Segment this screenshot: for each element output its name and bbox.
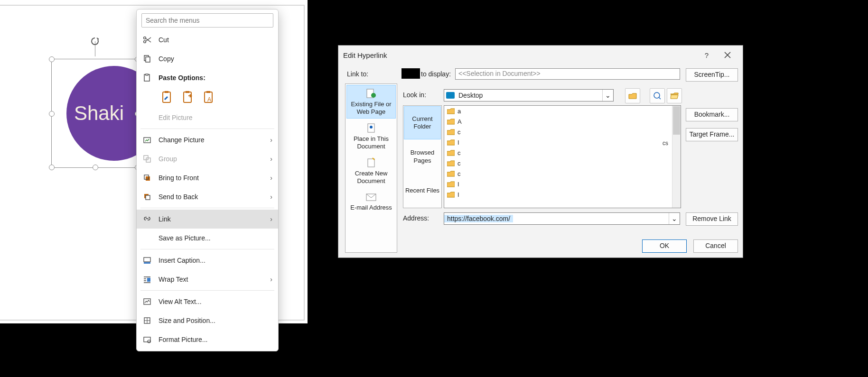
resize-handle[interactable] xyxy=(93,165,98,170)
menu-label: Paste Options: xyxy=(159,74,272,82)
list-item[interactable]: I xyxy=(444,189,681,200)
paste-picture-icon[interactable]: A xyxy=(201,91,215,105)
linkto-create-new[interactable]: Create New Document xyxy=(346,154,396,188)
svg-rect-22 xyxy=(147,278,150,282)
menu-copy[interactable]: Copy xyxy=(137,49,278,68)
list-item[interactable]: I xyxy=(444,179,681,189)
menu-bring-to-front[interactable]: Bring to Front › xyxy=(137,168,278,187)
svg-point-26 xyxy=(148,340,150,343)
close-button[interactable] xyxy=(717,46,738,64)
svg-rect-5 xyxy=(146,74,148,75)
file-list[interactable]: a A c I c c c I I cs xyxy=(444,105,681,208)
page-new-icon xyxy=(365,157,377,168)
clipboard-icon xyxy=(142,73,152,83)
word-document-pane: Shaki Cut Copy Paste Options: xyxy=(0,0,308,323)
list-item[interactable]: c xyxy=(444,127,681,137)
up-folder-button[interactable] xyxy=(625,88,640,103)
list-item[interactable]: a xyxy=(444,106,681,116)
chevron-down-icon[interactable]: ⌄ xyxy=(669,213,680,224)
look-in-combo[interactable]: Desktop ⌄ xyxy=(444,89,614,101)
redacted-block xyxy=(401,68,420,79)
cancel-button[interactable]: Cancel xyxy=(693,239,738,253)
menu-view-alt-text[interactable]: View Alt Text... xyxy=(137,292,278,311)
edit-hyperlink-dialog: Edit Hyperlink ? Link to: to display: <<… xyxy=(338,45,743,258)
svg-text:A: A xyxy=(207,96,211,103)
folder-icon xyxy=(447,150,455,156)
menu-send-to-back[interactable]: Send to Back › xyxy=(137,187,278,206)
address-value: https://facebook.com/ xyxy=(444,215,513,222)
copy-icon xyxy=(142,54,152,64)
browse-web-button[interactable] xyxy=(650,88,665,103)
address-input[interactable]: https://facebook.com/ ⌄ xyxy=(444,212,680,225)
menu-wrap-text[interactable]: Wrap Text › xyxy=(137,270,278,289)
svg-rect-21 xyxy=(144,262,150,264)
address-label: Address: xyxy=(403,214,429,222)
menu-insert-caption[interactable]: Insert Caption... xyxy=(137,251,278,270)
svg-point-0 xyxy=(144,41,146,43)
paste-keep-source-icon[interactable] xyxy=(159,91,174,105)
change-picture-icon xyxy=(142,135,152,145)
rotate-handle-icon[interactable] xyxy=(90,37,100,46)
resize-handle[interactable] xyxy=(49,165,55,170)
paste-merge-icon[interactable] xyxy=(180,91,195,105)
menu-paste-options: Paste Options: xyxy=(137,68,278,87)
folder-icon xyxy=(447,108,455,114)
svg-rect-7 xyxy=(165,91,168,93)
globe-search-icon xyxy=(653,92,662,100)
bookmark-button[interactable]: Bookmark... xyxy=(686,108,738,121)
resize-handle[interactable] xyxy=(49,111,55,117)
list-item[interactable]: A xyxy=(444,116,681,127)
wrap-text-icon xyxy=(142,275,152,284)
text-to-display-input[interactable]: <<Selection in Document>> xyxy=(455,68,680,80)
list-item[interactable]: c xyxy=(444,147,681,158)
svg-point-1 xyxy=(144,37,146,39)
desktop-icon xyxy=(446,92,455,99)
folder-icon xyxy=(447,181,455,187)
scrollbar-thumb[interactable] xyxy=(673,106,680,135)
linkto-place-in-document[interactable]: Place in This Document xyxy=(346,120,396,153)
linkto-label: E-mail Address xyxy=(350,204,392,211)
folder-up-icon xyxy=(628,92,637,100)
chevron-right-icon: › xyxy=(270,174,272,182)
subtab-browsed-pages[interactable]: Browsed Pages xyxy=(404,140,441,174)
bring-front-icon xyxy=(142,173,152,183)
target-frame-button[interactable]: Target Frame... xyxy=(686,128,738,141)
menu-size-position[interactable]: Size and Position... xyxy=(137,311,278,330)
list-item[interactable]: c xyxy=(444,158,681,168)
folder-icon xyxy=(447,119,455,125)
envelope-icon xyxy=(365,193,377,202)
image-selection-box[interactable] xyxy=(51,59,138,168)
browse-file-button[interactable] xyxy=(667,88,682,103)
subtab-recent-files[interactable]: Recent Files xyxy=(404,174,441,207)
list-item[interactable]: c xyxy=(444,168,681,179)
ok-button[interactable]: OK xyxy=(642,239,687,253)
menu-label: Cut xyxy=(159,36,169,44)
chevron-down-icon[interactable]: ⌄ xyxy=(602,90,613,101)
linkto-label: Existing File or Web Page xyxy=(348,101,394,115)
help-button[interactable]: ? xyxy=(696,46,717,64)
alt-text-icon xyxy=(142,297,152,306)
menu-format-picture[interactable]: Format Picture... xyxy=(137,330,278,349)
menu-link[interactable]: Link › xyxy=(137,210,278,229)
menu-cut[interactable]: Cut xyxy=(137,30,278,49)
list-item[interactable]: I xyxy=(444,137,681,147)
folder-open-icon xyxy=(670,92,679,100)
folder-icon xyxy=(447,129,455,135)
resize-handle[interactable] xyxy=(49,56,55,62)
screentip-button[interactable]: ScreenTip... xyxy=(686,68,738,82)
remove-link-button[interactable]: Remove Link xyxy=(686,212,738,226)
linkto-label: Create New Document xyxy=(348,170,394,184)
menu-label: Send to Back xyxy=(159,193,263,201)
subtab-current-folder[interactable]: Current Folder xyxy=(404,106,441,139)
linkto-existing-file[interactable]: Existing File or Web Page xyxy=(346,85,396,119)
scrollbar[interactable] xyxy=(672,106,681,208)
link-to-label: Link to: xyxy=(347,70,368,78)
svg-rect-31 xyxy=(368,159,374,167)
chevron-right-icon: › xyxy=(270,155,272,163)
svg-point-28 xyxy=(371,93,376,98)
linkto-email[interactable]: E-mail Address xyxy=(346,189,396,215)
overflow-text: cs xyxy=(663,140,668,147)
menu-change-picture[interactable]: Change Picture › xyxy=(137,130,278,149)
menu-save-as-picture[interactable]: Save as Picture... xyxy=(137,229,278,248)
menu-search-input[interactable] xyxy=(141,13,273,28)
